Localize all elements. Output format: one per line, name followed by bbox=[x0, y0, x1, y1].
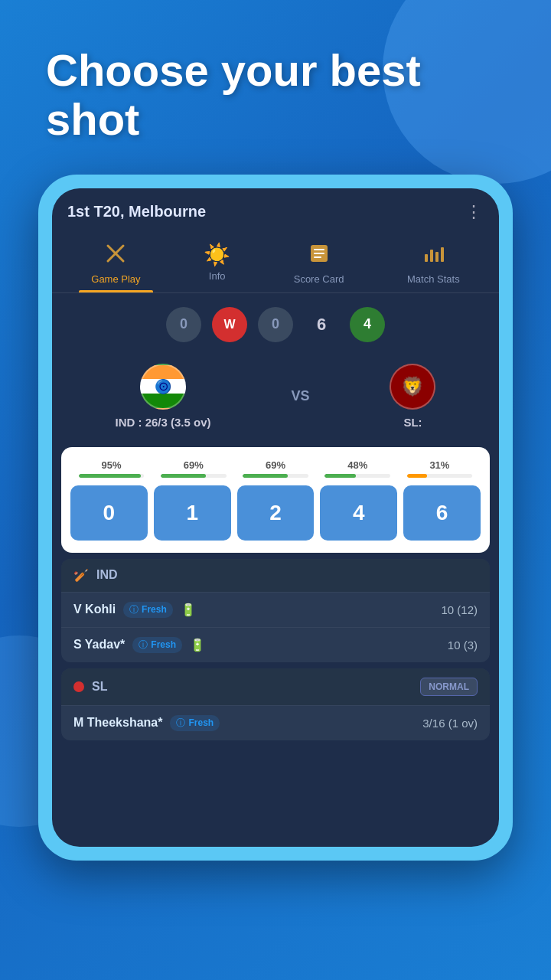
ball-w: W bbox=[212, 307, 247, 342]
pct-bar-0 bbox=[79, 474, 145, 478]
phone-screen: 1st T20, Melbourne ⋮ Game Play ☀️ Info bbox=[52, 188, 499, 847]
pct-bar-6 bbox=[407, 474, 473, 478]
tab-gameplay-label: Game Play bbox=[91, 273, 140, 285]
tab-scorecard[interactable]: Score Card bbox=[282, 236, 357, 292]
shot-selection-card: 95% 69% 69% bbox=[61, 447, 490, 553]
theekshana-score: 3/16 (1 ov) bbox=[422, 717, 478, 730]
svg-rect-6 bbox=[425, 254, 428, 262]
tab-info-label: Info bbox=[209, 270, 226, 282]
india-score: IND : 26/3 (3.5 ov) bbox=[115, 416, 210, 429]
kohli-battery-icon: 🔋 bbox=[181, 603, 196, 617]
yadav-fresh-badge: ⓘ Fresh bbox=[132, 637, 182, 653]
theekshana-fresh-badge: ⓘ Fresh bbox=[170, 715, 220, 731]
batting-team-section: 🏏 IND V Kohli ⓘ Fresh 🔋 10 (12) S Yadav* bbox=[61, 559, 490, 662]
srilanka-score: SL: bbox=[403, 416, 422, 429]
yadav-info-icon: ⓘ bbox=[139, 639, 148, 652]
tab-matchstats[interactable]: Match Stats bbox=[395, 236, 472, 292]
info-icon: ☀️ bbox=[204, 242, 230, 267]
svg-rect-4 bbox=[314, 253, 324, 254]
yadav-info: S Yadav* ⓘ Fresh 🔋 bbox=[73, 637, 205, 653]
shot-buttons: 0 1 2 4 6 bbox=[70, 485, 481, 541]
pct-label-1: 69% bbox=[184, 459, 204, 471]
tab-gameplay[interactable]: Game Play bbox=[79, 236, 152, 292]
kohli-fresh-badge: ⓘ Fresh bbox=[123, 602, 173, 618]
tab-matchstats-label: Match Stats bbox=[407, 273, 460, 285]
kohli-score: 10 (12) bbox=[441, 603, 478, 616]
yadav-battery-icon: 🔋 bbox=[190, 638, 205, 652]
team-away: 🦁 SL: bbox=[390, 364, 435, 429]
ball-4: 4 bbox=[350, 307, 385, 342]
player-row-theekshana: M Theekshana* ⓘ Fresh 3/16 (1 ov) bbox=[61, 705, 490, 740]
hero-heading: Choose your best shot bbox=[0, 0, 551, 167]
yadav-score: 10 (3) bbox=[448, 639, 478, 652]
shot-col-0: 95% bbox=[70, 459, 152, 478]
ball-0: 0 bbox=[166, 307, 201, 342]
tab-scorecard-label: Score Card bbox=[294, 273, 344, 285]
player-row-kohli: V Kohli ⓘ Fresh 🔋 10 (12) bbox=[61, 592, 490, 627]
pct-label-6: 31% bbox=[429, 459, 449, 471]
shot-percentages: 95% 69% 69% bbox=[70, 459, 481, 478]
shot-col-2: 69% bbox=[234, 459, 316, 478]
pct-bar-1 bbox=[161, 474, 227, 478]
kohli-name: V Kohli bbox=[73, 603, 116, 616]
sl-dot bbox=[73, 681, 84, 692]
svg-rect-3 bbox=[314, 249, 324, 250]
phone-mockup: 1st T20, Melbourne ⋮ Game Play ☀️ Info bbox=[38, 175, 513, 861]
batting-team-name: IND bbox=[96, 568, 118, 582]
batting-team-header: 🏏 IND bbox=[61, 559, 490, 592]
score-balls-row: 0 W 0 6 4 bbox=[52, 293, 499, 356]
match-title: 1st T20, Melbourne bbox=[67, 203, 206, 220]
normal-badge: NORMAL bbox=[420, 678, 478, 696]
shot-btn-1[interactable]: 1 bbox=[154, 485, 231, 541]
team-home: 🔵 IND : 26/3 (3.5 ov) bbox=[115, 364, 210, 429]
shot-btn-6[interactable]: 6 bbox=[403, 485, 481, 541]
svg-rect-5 bbox=[314, 256, 321, 258]
theekshana-info-icon: ⓘ bbox=[176, 717, 185, 730]
shot-btn-4[interactable]: 4 bbox=[320, 485, 397, 541]
matchstats-icon bbox=[422, 242, 445, 270]
teams-section: 🔵 IND : 26/3 (3.5 ov) VS 🦁 SL: bbox=[52, 356, 499, 441]
kohli-fresh-label: Fresh bbox=[142, 604, 167, 615]
yadav-fresh-label: Fresh bbox=[151, 639, 176, 650]
bat-icon: 🏏 bbox=[73, 568, 89, 583]
nav-tabs: Game Play ☀️ Info Score Card bbox=[52, 230, 499, 293]
shot-btn-0[interactable]: 0 bbox=[70, 485, 148, 541]
top-bar: 1st T20, Melbourne ⋮ bbox=[52, 188, 499, 230]
theekshana-info: M Theekshana* ⓘ Fresh bbox=[73, 715, 220, 731]
kohli-info: V Kohli ⓘ Fresh 🔋 bbox=[73, 602, 196, 618]
ball-0-2: 0 bbox=[258, 307, 293, 342]
pct-bar-2 bbox=[243, 474, 308, 478]
tab-info[interactable]: ☀️ Info bbox=[191, 236, 243, 292]
scorecard-icon bbox=[308, 242, 331, 270]
player-row-yadav: S Yadav* ⓘ Fresh 🔋 10 (3) bbox=[61, 627, 490, 662]
shot-col-4: 48% bbox=[317, 459, 399, 478]
bowling-team-name: SL bbox=[92, 680, 107, 694]
ball-6: 6 bbox=[304, 307, 339, 342]
theekshana-name: M Theekshana* bbox=[73, 716, 162, 730]
gameplay-icon bbox=[104, 242, 127, 270]
yadav-name: S Yadav* bbox=[73, 638, 125, 652]
india-flag: 🔵 bbox=[140, 364, 186, 410]
svg-rect-9 bbox=[441, 247, 444, 262]
pct-label-2: 69% bbox=[266, 459, 285, 471]
srilanka-flag: 🦁 bbox=[390, 364, 435, 410]
shot-col-1: 69% bbox=[152, 459, 234, 478]
svg-rect-7 bbox=[430, 250, 433, 262]
kohli-info-icon: ⓘ bbox=[129, 603, 139, 616]
svg-rect-8 bbox=[435, 252, 439, 262]
vs-label: VS bbox=[292, 388, 310, 404]
shot-btn-2[interactable]: 2 bbox=[237, 485, 315, 541]
theekshana-fresh-label: Fresh bbox=[188, 717, 214, 728]
bowling-team-section: SL NORMAL M Theekshana* ⓘ Fresh 3/16 (1 … bbox=[61, 668, 490, 740]
pct-bar-4 bbox=[324, 474, 390, 478]
bowling-team-header: SL NORMAL bbox=[61, 668, 490, 705]
pct-label-0: 95% bbox=[102, 459, 122, 471]
menu-icon[interactable]: ⋮ bbox=[465, 202, 484, 222]
shot-col-6: 31% bbox=[399, 459, 481, 478]
pct-label-4: 48% bbox=[347, 459, 367, 471]
